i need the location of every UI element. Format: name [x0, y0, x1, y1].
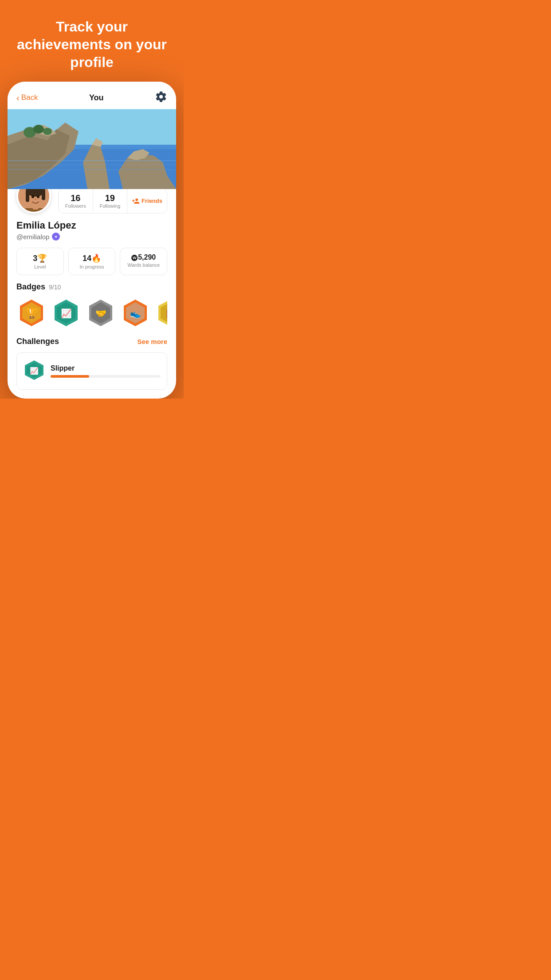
challenge-progress-bar [51, 375, 89, 378]
svg-rect-10 [8, 160, 176, 161]
level-card: 3🏆 Level [16, 248, 64, 275]
phone-frame: ‹ Back You [8, 82, 176, 399]
svg-point-14 [33, 125, 44, 134]
friends-button[interactable]: Friends [127, 193, 167, 209]
badges-section: Badges 9/10 🏆 📈 [8, 281, 176, 335]
challenges-section: Challenges See more 📈 Slipper [8, 335, 176, 399]
user-handle-row: @emilialop ✦ [16, 233, 167, 241]
badge-running-svg: 👟 [120, 298, 150, 328]
svg-rect-11 [8, 165, 176, 165]
svg-text:📈: 📈 [61, 308, 72, 319]
followers-count: 16 [62, 193, 89, 203]
svg-point-26 [35, 199, 36, 200]
svg-text:👟: 👟 [130, 308, 141, 319]
see-more-link[interactable]: See more [137, 338, 167, 345]
hero-section: Track your achievements on your profile [0, 0, 184, 82]
badges-row: 🏆 📈 🤝 [16, 298, 167, 330]
svg-point-15 [43, 128, 52, 135]
in-progress-card: 14🔥 In progress [68, 248, 116, 275]
user-handle: @emilialop [16, 233, 49, 241]
badge-list-svg: 📋 [155, 298, 167, 328]
svg-point-24 [37, 195, 39, 198]
wards-balance-card: W5,290 Wards balance [120, 248, 167, 275]
svg-text:📋: 📋 [165, 308, 168, 319]
friends-label: Friends [142, 198, 162, 204]
user-name: Emilia López [16, 220, 167, 231]
hero-title: Track your achievements on your profile [13, 18, 170, 71]
wards-value: W5,290 [123, 253, 164, 261]
badge-progress-svg: 📈 [51, 298, 81, 328]
in-progress-value: 14🔥 [71, 253, 113, 263]
followers-stat[interactable]: 16 Followers [59, 189, 93, 213]
badges-title: Badges [16, 282, 45, 292]
svg-text:🏆: 🏆 [26, 307, 38, 319]
cover-image [8, 109, 176, 189]
level-value: 3🏆 [20, 253, 61, 263]
level-label: Level [20, 264, 61, 269]
following-count: 19 [97, 193, 124, 203]
user-info: Emilia López @emilialop ✦ [16, 220, 167, 241]
svg-rect-12 [8, 169, 176, 170]
back-label: Back [21, 93, 38, 102]
cover-landscape [8, 109, 176, 189]
badge-handshake[interactable]: 🤝 [86, 298, 116, 330]
badge-trophy-svg: 🏆 [16, 298, 47, 328]
premium-badge-icon: ✦ [52, 233, 60, 241]
svg-rect-28 [33, 205, 38, 209]
challenge-item-slipper[interactable]: 📈 Slipper [16, 352, 167, 390]
challenge-icon: 📈 [23, 359, 45, 383]
add-friend-icon [132, 197, 140, 205]
challenge-icon-svg: 📈 [23, 359, 45, 381]
challenge-info: Slipper [51, 364, 161, 378]
following-label: Following [97, 203, 124, 209]
settings-button[interactable] [155, 91, 167, 105]
badge-progress[interactable]: 📈 [51, 298, 81, 330]
challenge-progress [51, 375, 161, 378]
challenge-name: Slipper [51, 364, 161, 372]
wards-label: Wards balance [123, 262, 164, 268]
badge-list[interactable]: 📋 [155, 298, 167, 330]
challenges-title: Challenges [16, 337, 59, 346]
badges-count: 9/10 [49, 284, 61, 291]
badge-running[interactable]: 👟 [120, 298, 150, 330]
back-button[interactable]: ‹ Back [16, 93, 38, 103]
in-progress-label: In progress [71, 264, 113, 269]
badge-handshake-svg: 🤝 [86, 298, 116, 328]
badge-trophy[interactable]: 🏆 [16, 298, 47, 330]
nav-bar: ‹ Back You [8, 82, 176, 109]
bottom-fill [0, 399, 184, 416]
following-stat[interactable]: 19 Following [93, 189, 128, 213]
svg-text:📈: 📈 [30, 367, 39, 375]
stats-row: 16 Followers 19 Following Friends [58, 188, 167, 213]
stat-cards-row: 3🏆 Level 14🔥 In progress W5,290 Wards ba… [8, 246, 176, 281]
followers-label: Followers [62, 203, 89, 209]
back-chevron-icon: ‹ [16, 93, 20, 103]
svg-text:🤝: 🤝 [95, 308, 106, 319]
challenges-header: Challenges See more [16, 337, 167, 346]
badges-header: Badges 9/10 [16, 282, 167, 292]
nav-title: You [89, 93, 104, 103]
gear-icon [155, 91, 167, 103]
